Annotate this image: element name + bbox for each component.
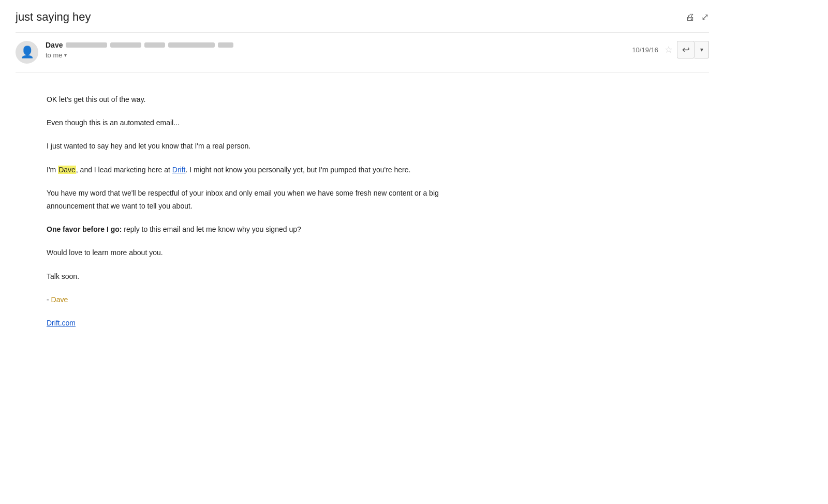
- to-me-text: to me: [46, 51, 63, 59]
- email-subject: just saying hey: [16, 10, 91, 24]
- email-para-4: I'm Dave, and I lead marketing here at D…: [47, 164, 481, 176]
- to-me-label: to me ▾: [46, 51, 233, 59]
- para6-bold: One favor before I go:: [47, 225, 122, 233]
- avatar-icon: 👤: [20, 46, 34, 59]
- signature-name: Dave: [51, 295, 68, 304]
- email-para-6: One favor before I go: reply to this ema…: [47, 223, 481, 236]
- reply-button[interactable]: ↩: [677, 41, 694, 58]
- action-icons: ☆ ↩ ▾: [664, 41, 709, 58]
- sender-left: 👤 Dave to me ▾: [16, 41, 233, 64]
- email-signature: - Dave: [47, 293, 481, 306]
- redacted-block-1: [66, 42, 107, 48]
- para6-normal: reply to this email and let me know why …: [122, 225, 301, 233]
- sender-info: Dave to me ▾: [46, 41, 233, 59]
- to-me-dropdown[interactable]: ▾: [64, 52, 67, 58]
- reply-button-group: ↩ ▾: [677, 41, 709, 58]
- email-para-8: Talk soon.: [47, 270, 481, 283]
- dave-highlighted: Dave: [58, 166, 76, 174]
- para4-middle: , and I lead marketing here at: [76, 166, 172, 174]
- print-icon[interactable]: 🖨: [686, 12, 695, 23]
- redacted-block-4: [168, 42, 215, 48]
- avatar: 👤: [16, 41, 38, 64]
- star-button[interactable]: ☆: [664, 44, 673, 55]
- sender-email-redacted: [66, 42, 233, 48]
- email-body: OK let's get this out of the way. Even t…: [16, 78, 481, 355]
- para4-suffix: . I might not know you personally yet, b…: [185, 166, 410, 174]
- sender-name: Dave: [46, 41, 63, 49]
- redacted-block-2: [110, 42, 141, 48]
- email-para-5: You have my word that we'll be respectfu…: [47, 187, 481, 213]
- redacted-block-3: [144, 42, 165, 48]
- email-date: 10/19/16: [632, 46, 658, 54]
- email-para-2: Even though this is an automated email..…: [47, 116, 481, 129]
- para4-prefix: I'm: [47, 166, 58, 174]
- email-para-3: I just wanted to say hey and let you kno…: [47, 140, 481, 153]
- more-options-button[interactable]: ▾: [694, 41, 709, 58]
- sender-name-row: Dave: [46, 41, 233, 49]
- drift-url-link[interactable]: Drift.com: [47, 319, 76, 327]
- header-action-icons: 🖨 ⤢: [686, 11, 709, 23]
- email-para-7: Would love to learn more about you.: [47, 246, 481, 259]
- email-para-1: OK let's get this out of the way.: [47, 93, 481, 106]
- redacted-block-5: [218, 42, 233, 48]
- sender-right: 10/19/16 ☆ ↩ ▾: [632, 41, 709, 58]
- drift-link[interactable]: Drift: [172, 166, 186, 174]
- sender-row: 👤 Dave to me ▾: [16, 32, 709, 72]
- fullscreen-icon[interactable]: ⤢: [701, 11, 709, 23]
- email-drift-url: Drift.com: [47, 317, 481, 330]
- signature-prefix: -: [47, 295, 51, 304]
